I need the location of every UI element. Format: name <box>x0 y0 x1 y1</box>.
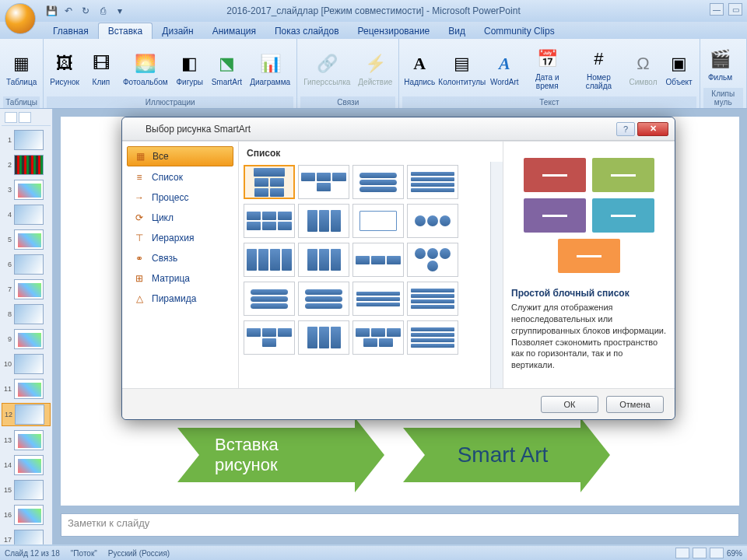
movie-button[interactable]: 🎬Фильм <box>703 45 738 83</box>
gallery-item[interactable] <box>407 243 458 277</box>
slide-thumbnails-panel[interactable]: 123456789101112131415161718 <box>0 109 53 544</box>
category-relationship[interactable]: ⚭Связь <box>127 249 233 268</box>
ok-button[interactable]: ОК <box>541 396 598 413</box>
slidenum-button[interactable]: #Номер слайда <box>573 45 624 92</box>
hierarchy-icon: ⊤ <box>133 232 146 244</box>
picture-button[interactable]: 🖼Рисунок <box>47 50 82 88</box>
textbox-icon: A <box>407 51 432 76</box>
tab-animation[interactable]: Анимация <box>203 23 265 39</box>
slide-thumb[interactable]: 15 <box>2 479 51 501</box>
slide-thumb[interactable]: 16 <box>2 504 51 526</box>
category-all[interactable]: ▦Все <box>127 146 233 166</box>
tab-design[interactable]: Дизайн <box>153 23 202 39</box>
category-cycle[interactable]: ⟳Цикл <box>127 208 233 227</box>
slide-thumb[interactable]: 17 <box>2 529 51 544</box>
slide-thumb[interactable]: 12 <box>2 403 51 426</box>
slide-thumb[interactable]: 1 <box>2 129 51 151</box>
slides-tab-icon[interactable] <box>5 112 17 123</box>
tab-community[interactable]: Community Clips <box>475 23 564 39</box>
gallery-item[interactable] <box>244 165 295 199</box>
action-button[interactable]: ⚡Действие <box>355 50 395 88</box>
arrow-shape-2[interactable]: Smart Art <box>403 428 610 482</box>
tab-home[interactable]: Главная <box>44 23 98 39</box>
print-icon[interactable]: ⎙ <box>95 3 110 19</box>
gallery-item[interactable] <box>298 165 349 199</box>
category-process[interactable]: →Процесс <box>127 188 233 207</box>
outline-tab-icon[interactable] <box>19 112 31 123</box>
slide-thumb[interactable]: 14 <box>2 454 51 476</box>
gallery-item[interactable] <box>244 204 295 238</box>
notes-pane[interactable]: Заметки к слайду <box>61 513 739 537</box>
normal-view-button[interactable] <box>675 548 689 558</box>
wordart-button[interactable]: AWordArt <box>487 50 521 88</box>
gallery-item[interactable] <box>298 282 349 316</box>
gallery-item[interactable] <box>298 243 349 277</box>
slide-thumb[interactable]: 7 <box>2 278 51 300</box>
slide-thumb[interactable]: 13 <box>2 429 51 451</box>
slide-thumb[interactable]: 11 <box>2 378 51 400</box>
symbol-button[interactable]: ΩСимвол <box>626 50 660 88</box>
slide-thumb[interactable]: 10 <box>2 353 51 375</box>
shapes-button[interactable]: ◧Фигуры <box>173 50 207 88</box>
gallery-item[interactable] <box>352 204 404 238</box>
slide-thumb[interactable]: 8 <box>2 303 51 325</box>
dialog-help-button[interactable]: ? <box>616 122 635 136</box>
tab-view[interactable]: Вид <box>439 23 475 39</box>
category-hierarchy[interactable]: ⊤Иерархия <box>127 229 233 247</box>
slideshow-view-button[interactable] <box>710 548 724 558</box>
album-button[interactable]: 🌅Фотоальбом <box>120 50 171 88</box>
tab-insert[interactable]: Вставка <box>98 23 153 39</box>
gallery-item[interactable] <box>352 320 404 355</box>
category-list[interactable]: ≡Список <box>127 168 233 187</box>
slide-thumb[interactable]: 4 <box>2 204 51 226</box>
office-button[interactable] <box>5 3 36 34</box>
gallery-item[interactable] <box>407 204 458 238</box>
clip-button[interactable]: 🎞Клип <box>84 50 118 88</box>
tab-review[interactable]: Рецензирование <box>349 23 440 39</box>
datetime-icon: 📅 <box>535 47 559 72</box>
qat-more-icon[interactable]: ▾ <box>112 3 128 19</box>
arrow-shape-1[interactable]: Вставка рисунок <box>177 428 384 482</box>
gallery-item[interactable] <box>352 243 404 277</box>
hyperlink-button[interactable]: 🔗Гиперссылка <box>300 50 353 88</box>
sorter-view-button[interactable] <box>693 548 707 558</box>
gallery-item[interactable] <box>407 282 458 316</box>
gallery-item[interactable] <box>352 165 404 199</box>
gallery-item[interactable] <box>352 282 404 316</box>
smartart-button[interactable]: ⬔SmartArt <box>209 50 245 88</box>
slide-thumb[interactable]: 3 <box>2 179 51 201</box>
gallery-item[interactable] <box>407 165 458 199</box>
restore-button[interactable]: ▭ <box>728 3 742 16</box>
category-pyramid[interactable]: △Пирамида <box>127 289 233 308</box>
gallery-item[interactable] <box>407 320 458 355</box>
chart-button[interactable]: 📊Диаграмма <box>247 50 293 88</box>
slide-thumb[interactable]: 6 <box>2 254 51 275</box>
slide-thumb[interactable]: 2 <box>2 154 51 176</box>
undo-icon[interactable]: ↶ <box>61 3 76 19</box>
save-icon[interactable]: 💾 <box>44 3 59 19</box>
gallery-item[interactable] <box>298 320 349 355</box>
gallery-scrollbar[interactable] <box>490 162 503 388</box>
textbox-button[interactable]: AНадпись <box>402 50 437 88</box>
slide-thumb[interactable]: 9 <box>2 328 51 350</box>
datetime-button[interactable]: 📅Дата и время <box>523 45 571 92</box>
slide-thumb[interactable]: 5 <box>2 229 51 250</box>
chart-icon: 📊 <box>258 51 282 76</box>
object-button[interactable]: ▣Объект <box>661 50 696 88</box>
redo-icon[interactable]: ↻ <box>78 3 93 19</box>
category-matrix[interactable]: ⊞Матрица <box>127 269 233 288</box>
dialog-close-button[interactable]: ✕ <box>637 122 668 136</box>
gallery-item[interactable] <box>244 243 295 277</box>
cancel-button[interactable]: Отмена <box>606 396 664 413</box>
table-button[interactable]: ▦ Таблица <box>3 50 40 88</box>
minimize-button[interactable]: — <box>710 3 724 16</box>
headerfooter-button[interactable]: ▤Колонтитулы <box>438 50 486 88</box>
dialog-titlebar[interactable]: Выбор рисунка SmartArt ? ✕ <box>122 117 675 141</box>
gallery-item[interactable] <box>244 320 295 355</box>
gallery-item[interactable] <box>298 204 349 238</box>
zoom-level[interactable]: 69% <box>727 549 742 558</box>
tab-slideshow[interactable]: Показ слайдов <box>265 23 349 39</box>
gallery-grid[interactable] <box>239 162 490 388</box>
status-lang[interactable]: Русский (Россия) <box>108 549 170 558</box>
gallery-item[interactable] <box>244 282 295 316</box>
